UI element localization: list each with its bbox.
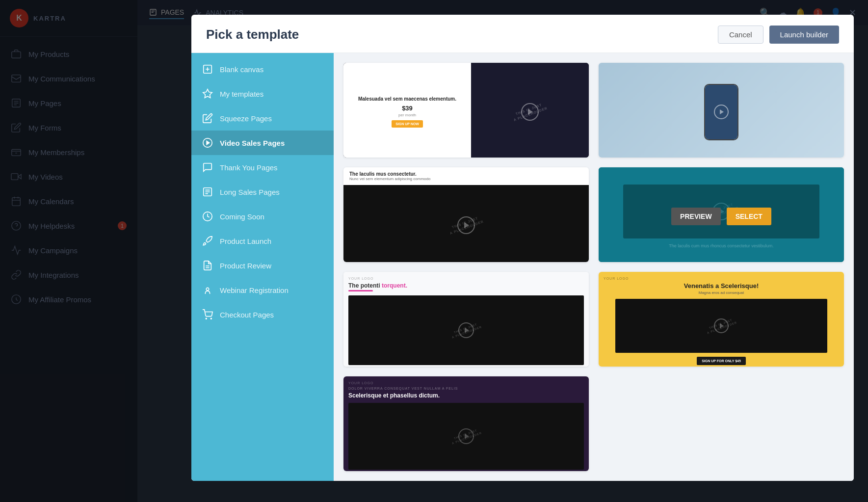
category-label-longsales: Long Sales Pages bbox=[220, 188, 280, 196]
card-1-small: per month bbox=[398, 113, 416, 117]
modal-body: Blank canvas My templates Squeeze Pages bbox=[191, 53, 854, 481]
category-label-comingsoon: Coming Soon bbox=[220, 212, 264, 221]
category-label-blank: Blank canvas bbox=[220, 65, 263, 74]
webinar-icon bbox=[202, 285, 213, 295]
product-review-icon bbox=[202, 260, 213, 271]
category-label-mytemplates: My templates bbox=[220, 90, 263, 98]
card-5-logo: YOUR LOGO bbox=[348, 277, 584, 280]
coming-soon-icon bbox=[202, 211, 213, 222]
long-sales-icon bbox=[202, 186, 213, 197]
card-1-preview: Malesuada vel sem maecenas elementum. $3… bbox=[343, 63, 589, 158]
svg-marker-13 bbox=[207, 141, 210, 144]
template-card-2[interactable] bbox=[599, 63, 844, 158]
category-thank-you[interactable]: Thank You Pages bbox=[191, 155, 334, 180]
category-product-launch[interactable]: Product Launch bbox=[191, 229, 334, 253]
template-category-sidebar: Blank canvas My templates Squeeze Pages bbox=[191, 53, 334, 481]
template-card-4[interactable]: THIS IS JUSTA PLACEHOLDER The laculis cu… bbox=[599, 167, 844, 262]
category-label-productlaunch: Product Launch bbox=[220, 237, 271, 245]
svg-marker-11 bbox=[203, 89, 212, 98]
card-4-preview: THIS IS JUSTA PLACEHOLDER The laculis cu… bbox=[599, 167, 844, 262]
card-6-title: Venenatis a Scelerisque! bbox=[684, 282, 759, 290]
card-6-sub: Magna eros ad consequat bbox=[699, 291, 744, 295]
category-label-productreview: Product Review bbox=[220, 262, 271, 270]
category-label-thankyou: Thank You Pages bbox=[220, 163, 278, 172]
category-checkout[interactable]: Checkout Pages bbox=[191, 302, 334, 327]
template-card-3[interactable]: The laculis mus consectetur. Nunc vel se… bbox=[343, 167, 589, 262]
category-label-squeeze: Squeeze Pages bbox=[220, 114, 272, 123]
category-webinar[interactable]: Webinar Registration bbox=[191, 278, 334, 302]
category-squeeze-pages[interactable]: Squeeze Pages bbox=[191, 106, 334, 131]
template-card-7[interactable]: YOUR LOGO DOLOR VIVERRA CONSEQUAT VEST N… bbox=[343, 376, 589, 471]
modal-header-actions: Cancel Launch builder bbox=[718, 26, 839, 44]
card-7-title: Scelerisque et phasellus dictum. bbox=[348, 392, 584, 399]
squeeze-pages-icon bbox=[202, 113, 213, 124]
card-6-logo: YOUR LOGO bbox=[604, 277, 629, 280]
card-6-cta: SIGN UP FOR ONLY $45 bbox=[697, 357, 746, 365]
pick-template-modal: Pick a template Cancel Launch builder Bl… bbox=[191, 15, 854, 481]
card-3-header: The laculis mus consectetur. bbox=[349, 171, 583, 177]
select-button-4[interactable]: SELECT bbox=[727, 208, 771, 225]
card-6-preview: YOUR LOGO Venenatis a Scelerisque! Magna… bbox=[599, 272, 844, 367]
template-card-1[interactable]: Malesuada vel sem maecenas elementum. $3… bbox=[343, 63, 589, 158]
card-5-preview: YOUR LOGO The potenti torquent. THIS IS … bbox=[343, 272, 589, 367]
category-coming-soon[interactable]: Coming Soon bbox=[191, 204, 334, 229]
card-3-sub: Nunc vel sem elementum adipiscing commod… bbox=[349, 177, 583, 181]
template-grid: Malesuada vel sem maecenas elementum. $3… bbox=[334, 53, 854, 481]
card-3-preview: The laculis mus consectetur. Nunc vel se… bbox=[343, 167, 589, 262]
category-label-videosales: Video Sales Pages bbox=[220, 139, 285, 147]
my-templates-icon bbox=[202, 88, 213, 99]
svg-point-20 bbox=[210, 318, 211, 319]
template-card-5[interactable]: YOUR LOGO The potenti torquent. THIS IS … bbox=[343, 272, 589, 367]
blank-canvas-icon bbox=[202, 64, 213, 75]
preview-button-4[interactable]: PREVIEW bbox=[671, 208, 721, 225]
card-2-preview bbox=[599, 63, 844, 158]
card-7-sub: DOLOR VIVERRA CONSEQUAT VEST NULLAM A FE… bbox=[348, 387, 584, 390]
card-1-price: $39 bbox=[402, 105, 413, 112]
modal-title: Pick a template bbox=[206, 27, 299, 42]
cancel-button[interactable]: Cancel bbox=[718, 26, 763, 44]
modal-header: Pick a template Cancel Launch builder bbox=[191, 15, 854, 53]
category-video-sales[interactable]: Video Sales Pages bbox=[191, 131, 334, 155]
svg-point-19 bbox=[206, 318, 207, 319]
card-7-preview: YOUR LOGO DOLOR VIVERRA CONSEQUAT VEST N… bbox=[343, 376, 589, 471]
svg-point-18 bbox=[206, 288, 209, 291]
card-5-title: The potenti torquent. bbox=[348, 282, 584, 289]
card-1-cta: SIGN UP NOW bbox=[392, 120, 423, 128]
template-card-6[interactable]: YOUR LOGO Venenatis a Scelerisque! Magna… bbox=[599, 272, 844, 367]
product-launch-icon bbox=[202, 236, 213, 246]
category-label-webinar: Webinar Registration bbox=[220, 286, 289, 294]
checkout-icon bbox=[202, 309, 213, 320]
category-product-review[interactable]: Product Review bbox=[191, 253, 334, 278]
category-blank-canvas[interactable]: Blank canvas bbox=[191, 57, 334, 81]
card-4-overlay: PREVIEW SELECT bbox=[599, 167, 844, 262]
launch-builder-button[interactable]: Launch builder bbox=[769, 26, 839, 44]
thank-you-icon bbox=[202, 162, 213, 173]
video-sales-icon bbox=[202, 137, 213, 148]
category-my-templates[interactable]: My templates bbox=[191, 81, 334, 106]
card-7-logo: YOUR LOGO bbox=[348, 381, 584, 385]
category-label-checkout: Checkout Pages bbox=[220, 311, 274, 319]
card-1-text: Malesuada vel sem maecenas elementum. bbox=[358, 96, 456, 102]
category-long-sales[interactable]: Long Sales Pages bbox=[191, 180, 334, 204]
